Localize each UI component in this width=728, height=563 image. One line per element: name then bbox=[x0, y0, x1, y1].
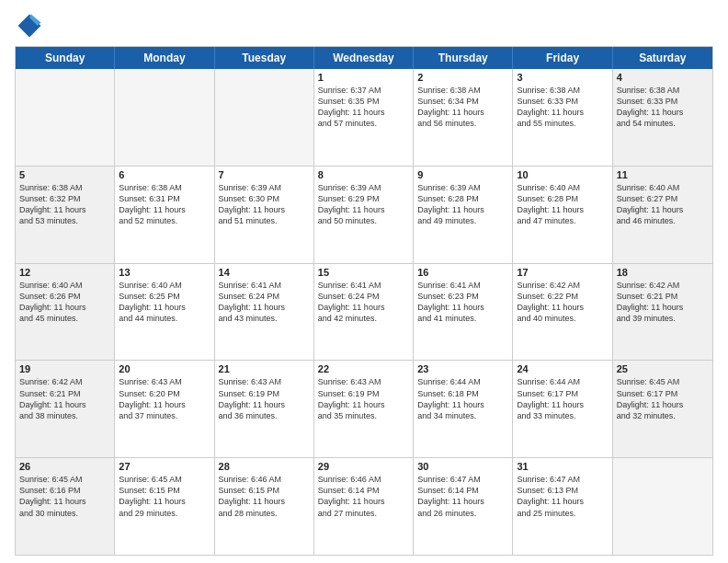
day-info: Sunrise: 6:42 AM Sunset: 6:21 PM Dayligh… bbox=[19, 376, 110, 421]
day-info: Sunrise: 6:41 AM Sunset: 6:24 PM Dayligh… bbox=[318, 280, 409, 325]
day-info: Sunrise: 6:45 AM Sunset: 6:17 PM Dayligh… bbox=[617, 376, 709, 421]
day-info: Sunrise: 6:38 AM Sunset: 6:34 PM Dayligh… bbox=[417, 85, 508, 130]
day-cell-3: 3Sunrise: 6:38 AM Sunset: 6:33 PM Daylig… bbox=[513, 69, 612, 166]
logo bbox=[15, 11, 48, 40]
day-cell-6: 6Sunrise: 6:38 AM Sunset: 6:31 PM Daylig… bbox=[115, 167, 214, 263]
day-number: 18 bbox=[617, 267, 709, 278]
day-info: Sunrise: 6:38 AM Sunset: 6:31 PM Dayligh… bbox=[119, 182, 210, 227]
day-info: Sunrise: 6:43 AM Sunset: 6:19 PM Dayligh… bbox=[318, 376, 409, 421]
day-number: 28 bbox=[219, 461, 310, 472]
header-day-thursday: Thursday bbox=[414, 47, 513, 69]
calendar-body: 1Sunrise: 6:37 AM Sunset: 6:35 PM Daylig… bbox=[16, 69, 712, 555]
day-info: Sunrise: 6:45 AM Sunset: 6:16 PM Dayligh… bbox=[19, 474, 110, 519]
day-info: Sunrise: 6:41 AM Sunset: 6:23 PM Dayligh… bbox=[417, 280, 508, 325]
day-info: Sunrise: 6:44 AM Sunset: 6:17 PM Dayligh… bbox=[517, 376, 608, 421]
day-cell-9: 9Sunrise: 6:39 AM Sunset: 6:28 PM Daylig… bbox=[414, 167, 513, 263]
day-info: Sunrise: 6:41 AM Sunset: 6:24 PM Dayligh… bbox=[219, 280, 310, 325]
day-number: 8 bbox=[318, 169, 409, 180]
day-info: Sunrise: 6:46 AM Sunset: 6:14 PM Dayligh… bbox=[318, 474, 409, 519]
day-info: Sunrise: 6:39 AM Sunset: 6:29 PM Dayligh… bbox=[318, 182, 409, 227]
day-cell-25: 25Sunrise: 6:45 AM Sunset: 6:17 PM Dayli… bbox=[613, 361, 712, 457]
calendar-header: SundayMondayTuesdayWednesdayThursdayFrid… bbox=[16, 47, 712, 69]
day-cell-30: 30Sunrise: 6:47 AM Sunset: 6:14 PM Dayli… bbox=[414, 458, 513, 555]
day-cell-26: 26Sunrise: 6:45 AM Sunset: 6:16 PM Dayli… bbox=[16, 458, 115, 555]
day-cell-5: 5Sunrise: 6:38 AM Sunset: 6:32 PM Daylig… bbox=[16, 167, 115, 263]
header-day-friday: Friday bbox=[513, 47, 612, 69]
day-number: 13 bbox=[119, 267, 210, 278]
day-number: 31 bbox=[517, 461, 608, 472]
day-cell-10: 10Sunrise: 6:40 AM Sunset: 6:28 PM Dayli… bbox=[513, 167, 612, 263]
day-cell-27: 27Sunrise: 6:45 AM Sunset: 6:15 PM Dayli… bbox=[115, 458, 214, 555]
calendar-row-4: 26Sunrise: 6:45 AM Sunset: 6:16 PM Dayli… bbox=[16, 457, 712, 555]
day-number: 2 bbox=[417, 72, 508, 83]
day-info: Sunrise: 6:38 AM Sunset: 6:33 PM Dayligh… bbox=[517, 85, 608, 130]
day-info: Sunrise: 6:47 AM Sunset: 6:14 PM Dayligh… bbox=[417, 474, 508, 519]
day-cell-2: 2Sunrise: 6:38 AM Sunset: 6:34 PM Daylig… bbox=[414, 69, 513, 166]
day-info: Sunrise: 6:39 AM Sunset: 6:30 PM Dayligh… bbox=[219, 182, 310, 227]
calendar-row-0: 1Sunrise: 6:37 AM Sunset: 6:35 PM Daylig… bbox=[16, 69, 712, 166]
day-cell-12: 12Sunrise: 6:40 AM Sunset: 6:26 PM Dayli… bbox=[16, 264, 115, 361]
day-info: Sunrise: 6:40 AM Sunset: 6:27 PM Dayligh… bbox=[617, 182, 709, 227]
day-number: 12 bbox=[19, 267, 110, 278]
day-number: 27 bbox=[119, 461, 210, 472]
day-cell-15: 15Sunrise: 6:41 AM Sunset: 6:24 PM Dayli… bbox=[314, 264, 414, 361]
day-cell-7: 7Sunrise: 6:39 AM Sunset: 6:30 PM Daylig… bbox=[215, 167, 314, 263]
day-info: Sunrise: 6:47 AM Sunset: 6:13 PM Dayligh… bbox=[517, 474, 608, 519]
day-info: Sunrise: 6:42 AM Sunset: 6:22 PM Dayligh… bbox=[517, 280, 608, 325]
day-cell-28: 28Sunrise: 6:46 AM Sunset: 6:15 PM Dayli… bbox=[215, 458, 314, 555]
day-number: 11 bbox=[617, 169, 709, 180]
svg-marker-0 bbox=[18, 15, 41, 38]
day-cell-17: 17Sunrise: 6:42 AM Sunset: 6:22 PM Dayli… bbox=[513, 264, 612, 361]
day-cell-18: 18Sunrise: 6:42 AM Sunset: 6:21 PM Dayli… bbox=[613, 264, 712, 361]
header bbox=[15, 11, 713, 40]
day-info: Sunrise: 6:38 AM Sunset: 6:32 PM Dayligh… bbox=[19, 182, 110, 227]
header-day-wednesday: Wednesday bbox=[314, 47, 414, 69]
header-day-sunday: Sunday bbox=[16, 47, 115, 69]
day-number: 9 bbox=[417, 169, 508, 180]
day-cell-13: 13Sunrise: 6:40 AM Sunset: 6:25 PM Dayli… bbox=[115, 264, 214, 361]
day-cell-11: 11Sunrise: 6:40 AM Sunset: 6:27 PM Dayli… bbox=[613, 167, 712, 263]
day-number: 21 bbox=[219, 363, 310, 374]
day-number: 20 bbox=[119, 363, 210, 374]
day-info: Sunrise: 6:38 AM Sunset: 6:33 PM Dayligh… bbox=[617, 85, 709, 130]
day-number: 24 bbox=[517, 363, 608, 374]
day-cell-23: 23Sunrise: 6:44 AM Sunset: 6:18 PM Dayli… bbox=[414, 361, 513, 457]
empty-cell-0-2 bbox=[215, 69, 314, 166]
day-cell-22: 22Sunrise: 6:43 AM Sunset: 6:19 PM Dayli… bbox=[314, 361, 414, 457]
day-number: 16 bbox=[417, 267, 508, 278]
day-number: 23 bbox=[417, 363, 508, 374]
day-info: Sunrise: 6:44 AM Sunset: 6:18 PM Dayligh… bbox=[417, 376, 508, 421]
day-info: Sunrise: 6:37 AM Sunset: 6:35 PM Dayligh… bbox=[318, 85, 409, 130]
logo-icon bbox=[15, 11, 44, 40]
day-number: 4 bbox=[617, 72, 709, 83]
day-number: 5 bbox=[19, 169, 110, 180]
page: SundayMondayTuesdayWednesdayThursdayFrid… bbox=[0, 0, 728, 563]
day-cell-14: 14Sunrise: 6:41 AM Sunset: 6:24 PM Dayli… bbox=[215, 264, 314, 361]
day-cell-1: 1Sunrise: 6:37 AM Sunset: 6:35 PM Daylig… bbox=[314, 69, 414, 166]
day-cell-24: 24Sunrise: 6:44 AM Sunset: 6:17 PM Dayli… bbox=[513, 361, 612, 457]
day-number: 30 bbox=[417, 461, 508, 472]
header-day-tuesday: Tuesday bbox=[215, 47, 314, 69]
day-cell-8: 8Sunrise: 6:39 AM Sunset: 6:29 PM Daylig… bbox=[314, 167, 414, 263]
day-number: 15 bbox=[318, 267, 409, 278]
header-day-saturday: Saturday bbox=[613, 47, 712, 69]
day-number: 6 bbox=[119, 169, 210, 180]
empty-cell-4-6 bbox=[613, 458, 712, 555]
day-info: Sunrise: 6:40 AM Sunset: 6:26 PM Dayligh… bbox=[19, 280, 110, 325]
day-info: Sunrise: 6:43 AM Sunset: 6:19 PM Dayligh… bbox=[219, 376, 310, 421]
day-cell-29: 29Sunrise: 6:46 AM Sunset: 6:14 PM Dayli… bbox=[314, 458, 414, 555]
day-number: 25 bbox=[617, 363, 709, 374]
day-cell-19: 19Sunrise: 6:42 AM Sunset: 6:21 PM Dayli… bbox=[16, 361, 115, 457]
day-number: 7 bbox=[219, 169, 310, 180]
day-info: Sunrise: 6:39 AM Sunset: 6:28 PM Dayligh… bbox=[417, 182, 508, 227]
empty-cell-0-0 bbox=[16, 69, 115, 166]
day-number: 22 bbox=[318, 363, 409, 374]
calendar-row-2: 12Sunrise: 6:40 AM Sunset: 6:26 PM Dayli… bbox=[16, 263, 712, 361]
day-number: 10 bbox=[517, 169, 608, 180]
day-number: 19 bbox=[19, 363, 110, 374]
day-info: Sunrise: 6:46 AM Sunset: 6:15 PM Dayligh… bbox=[219, 474, 310, 519]
day-cell-21: 21Sunrise: 6:43 AM Sunset: 6:19 PM Dayli… bbox=[215, 361, 314, 457]
day-number: 1 bbox=[318, 72, 409, 83]
calendar-row-3: 19Sunrise: 6:42 AM Sunset: 6:21 PM Dayli… bbox=[16, 360, 712, 457]
day-info: Sunrise: 6:42 AM Sunset: 6:21 PM Dayligh… bbox=[617, 280, 709, 325]
